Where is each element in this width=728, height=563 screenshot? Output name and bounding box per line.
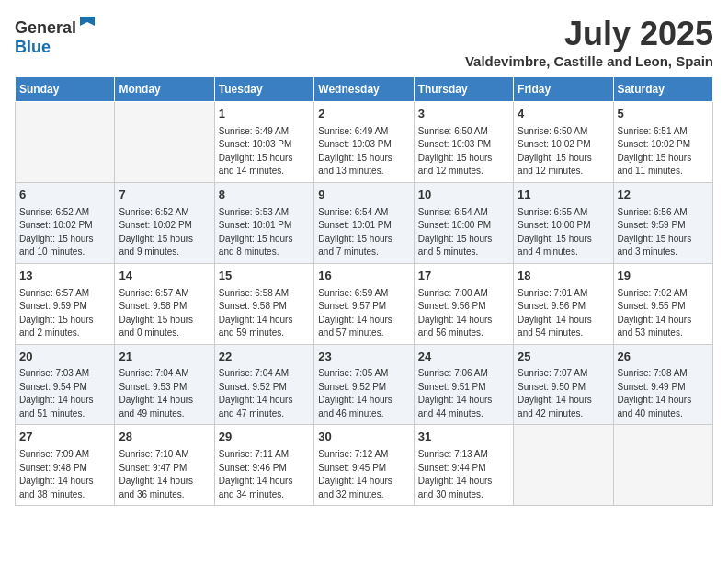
calendar-cell: 26Sunrise: 7:08 AM Sunset: 9:49 PM Dayli…: [613, 344, 712, 425]
day-info: Sunrise: 6:53 AM Sunset: 10:01 PM Daylig…: [219, 206, 310, 259]
day-number: 10: [418, 187, 509, 204]
day-info: Sunrise: 6:59 AM Sunset: 9:57 PM Dayligh…: [318, 287, 409, 340]
calendar-cell: 8Sunrise: 6:53 AM Sunset: 10:01 PM Dayli…: [214, 182, 313, 263]
calendar-week-row: 1Sunrise: 6:49 AM Sunset: 10:03 PM Dayli…: [16, 102, 713, 183]
day-number: 13: [19, 268, 110, 285]
day-number: 15: [219, 268, 310, 285]
logo-blue: Blue: [15, 38, 51, 56]
calendar-cell: 24Sunrise: 7:06 AM Sunset: 9:51 PM Dayli…: [414, 344, 513, 425]
day-info: Sunrise: 7:10 AM Sunset: 9:47 PM Dayligh…: [119, 448, 210, 501]
calendar-cell: 7Sunrise: 6:52 AM Sunset: 10:02 PM Dayli…: [115, 182, 214, 263]
day-number: 28: [119, 429, 210, 446]
calendar-week-row: 6Sunrise: 6:52 AM Sunset: 10:02 PM Dayli…: [16, 182, 713, 263]
weekday-header-sunday: Sunday: [16, 77, 115, 102]
logo-flag-icon: [78, 15, 97, 33]
day-number: 18: [518, 268, 609, 285]
day-number: 8: [219, 187, 310, 204]
day-info: Sunrise: 6:57 AM Sunset: 9:59 PM Dayligh…: [19, 287, 110, 340]
weekday-header-thursday: Thursday: [414, 77, 513, 102]
day-info: Sunrise: 6:50 AM Sunset: 10:03 PM Daylig…: [418, 125, 509, 178]
day-info: Sunrise: 7:07 AM Sunset: 9:50 PM Dayligh…: [518, 367, 609, 420]
calendar-week-row: 20Sunrise: 7:03 AM Sunset: 9:54 PM Dayli…: [16, 344, 713, 425]
weekday-header-tuesday: Tuesday: [214, 77, 313, 102]
day-number: 20: [19, 349, 110, 366]
day-number: 4: [518, 106, 609, 123]
day-info: Sunrise: 7:02 AM Sunset: 9:55 PM Dayligh…: [618, 287, 709, 340]
day-number: 24: [418, 349, 509, 366]
day-number: 17: [418, 268, 509, 285]
weekday-header-row: SundayMondayTuesdayWednesdayThursdayFrid…: [16, 77, 713, 102]
calendar-cell: 31Sunrise: 7:13 AM Sunset: 9:44 PM Dayli…: [414, 425, 513, 506]
day-number: 26: [618, 349, 709, 366]
day-number: 9: [318, 187, 409, 204]
calendar-cell: 11Sunrise: 6:55 AM Sunset: 10:00 PM Dayl…: [514, 182, 613, 263]
day-info: Sunrise: 7:09 AM Sunset: 9:48 PM Dayligh…: [19, 448, 110, 501]
calendar-cell: 6Sunrise: 6:52 AM Sunset: 10:02 PM Dayli…: [16, 182, 115, 263]
calendar-cell: 16Sunrise: 6:59 AM Sunset: 9:57 PM Dayli…: [314, 263, 414, 344]
day-info: Sunrise: 6:51 AM Sunset: 10:02 PM Daylig…: [618, 125, 709, 178]
day-info: Sunrise: 7:13 AM Sunset: 9:44 PM Dayligh…: [418, 448, 509, 501]
day-info: Sunrise: 6:52 AM Sunset: 10:02 PM Daylig…: [19, 206, 110, 259]
calendar-cell: 30Sunrise: 7:12 AM Sunset: 9:45 PM Dayli…: [314, 425, 414, 506]
calendar-cell: 3Sunrise: 6:50 AM Sunset: 10:03 PM Dayli…: [414, 102, 513, 183]
day-info: Sunrise: 6:52 AM Sunset: 10:02 PM Daylig…: [119, 206, 210, 259]
calendar-cell: 14Sunrise: 6:57 AM Sunset: 9:58 PM Dayli…: [115, 263, 214, 344]
day-info: Sunrise: 7:06 AM Sunset: 9:51 PM Dayligh…: [418, 367, 509, 420]
month-title: July 2025: [465, 15, 713, 53]
day-number: 21: [119, 349, 210, 366]
day-number: 27: [19, 429, 110, 446]
page-header: General Blue July 2025 Valdevimbre, Cast…: [15, 15, 713, 69]
calendar-cell: 20Sunrise: 7:03 AM Sunset: 9:54 PM Dayli…: [16, 344, 115, 425]
calendar-cell: 4Sunrise: 6:50 AM Sunset: 10:02 PM Dayli…: [514, 102, 613, 183]
calendar-cell: 22Sunrise: 7:04 AM Sunset: 9:52 PM Dayli…: [214, 344, 313, 425]
logo-general: General: [15, 18, 76, 37]
day-number: 16: [318, 268, 409, 285]
day-info: Sunrise: 6:54 AM Sunset: 10:00 PM Daylig…: [418, 206, 509, 259]
day-info: Sunrise: 6:49 AM Sunset: 10:03 PM Daylig…: [219, 125, 310, 178]
calendar-table: SundayMondayTuesdayWednesdayThursdayFrid…: [15, 76, 713, 506]
day-info: Sunrise: 7:04 AM Sunset: 9:52 PM Dayligh…: [219, 367, 310, 420]
calendar-cell: 5Sunrise: 6:51 AM Sunset: 10:02 PM Dayli…: [613, 102, 712, 183]
day-info: Sunrise: 6:58 AM Sunset: 9:58 PM Dayligh…: [219, 287, 310, 340]
day-number: 12: [618, 187, 709, 204]
calendar-cell: 9Sunrise: 6:54 AM Sunset: 10:01 PM Dayli…: [314, 182, 414, 263]
location-title: Valdevimbre, Castille and Leon, Spain: [465, 53, 713, 69]
calendar-cell: [115, 102, 214, 183]
calendar-week-row: 27Sunrise: 7:09 AM Sunset: 9:48 PM Dayli…: [16, 425, 713, 506]
weekday-header-wednesday: Wednesday: [314, 77, 414, 102]
day-info: Sunrise: 6:55 AM Sunset: 10:00 PM Daylig…: [518, 206, 609, 259]
day-info: Sunrise: 7:12 AM Sunset: 9:45 PM Dayligh…: [318, 448, 409, 501]
calendar-cell: 13Sunrise: 6:57 AM Sunset: 9:59 PM Dayli…: [16, 263, 115, 344]
day-number: 14: [119, 268, 210, 285]
day-number: 31: [418, 429, 509, 446]
day-number: 5: [618, 106, 709, 123]
day-number: 2: [318, 106, 409, 123]
day-number: 25: [518, 349, 609, 366]
day-number: 19: [618, 268, 709, 285]
day-number: 22: [219, 349, 310, 366]
logo-block: General Blue: [15, 15, 95, 57]
day-number: 23: [318, 349, 409, 366]
calendar-cell: 12Sunrise: 6:56 AM Sunset: 9:59 PM Dayli…: [613, 182, 712, 263]
title-block: July 2025 Valdevimbre, Castille and Leon…: [465, 15, 713, 69]
calendar-cell: [16, 102, 115, 183]
weekday-header-saturday: Saturday: [613, 77, 712, 102]
day-number: 3: [418, 106, 509, 123]
day-number: 7: [119, 187, 210, 204]
day-info: Sunrise: 7:08 AM Sunset: 9:49 PM Dayligh…: [618, 367, 709, 420]
calendar-cell: 25Sunrise: 7:07 AM Sunset: 9:50 PM Dayli…: [514, 344, 613, 425]
calendar-cell: 2Sunrise: 6:49 AM Sunset: 10:03 PM Dayli…: [314, 102, 414, 183]
day-info: Sunrise: 7:00 AM Sunset: 9:56 PM Dayligh…: [418, 287, 509, 340]
day-number: 29: [219, 429, 310, 446]
logo: General Blue: [15, 15, 95, 57]
day-number: 11: [518, 187, 609, 204]
day-number: 6: [19, 187, 110, 204]
day-info: Sunrise: 7:11 AM Sunset: 9:46 PM Dayligh…: [219, 448, 310, 501]
calendar-cell: 27Sunrise: 7:09 AM Sunset: 9:48 PM Dayli…: [16, 425, 115, 506]
calendar-cell: 29Sunrise: 7:11 AM Sunset: 9:46 PM Dayli…: [214, 425, 313, 506]
day-info: Sunrise: 6:56 AM Sunset: 9:59 PM Dayligh…: [618, 206, 709, 259]
day-info: Sunrise: 7:05 AM Sunset: 9:52 PM Dayligh…: [318, 367, 409, 420]
day-info: Sunrise: 7:01 AM Sunset: 9:56 PM Dayligh…: [518, 287, 609, 340]
calendar-cell: [613, 425, 712, 506]
day-number: 1: [219, 106, 310, 123]
